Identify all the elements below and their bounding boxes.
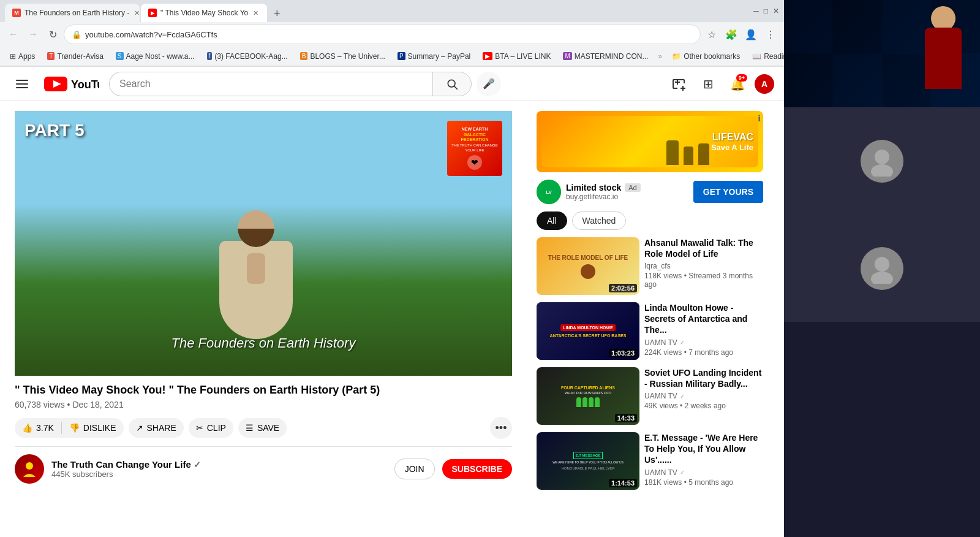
side-panel-avatar-2 bbox=[784, 215, 980, 322]
sponsor-name: Limited stock bbox=[566, 183, 621, 192]
upload-date: Dec 18, 2021 bbox=[72, 400, 123, 409]
save-label: SAVE bbox=[257, 423, 279, 433]
join-label: JOIN bbox=[405, 464, 424, 474]
hamburger-menu[interactable] bbox=[10, 72, 34, 96]
video-inset: NEW EARTH GALACTIC FEDERATION THE TRUTH … bbox=[447, 121, 502, 176]
bookmark-other[interactable]: 📁 Other bookmarks bbox=[667, 51, 745, 62]
tab-youtube[interactable]: ▶ " This Video May Shock Yo ✕ bbox=[141, 4, 267, 22]
like-count: 3.7K bbox=[36, 423, 54, 433]
bta-favicon: ▶ bbox=[483, 52, 492, 60]
back-button[interactable]: ← bbox=[5, 26, 22, 43]
dislike-label: DISLIKE bbox=[83, 423, 116, 433]
apps-button[interactable]: ⊞ bbox=[696, 72, 720, 96]
extensions-button[interactable]: 🧩 bbox=[723, 26, 740, 43]
minimize-btn[interactable]: ─ bbox=[753, 7, 759, 15]
menu-button[interactable]: ⋮ bbox=[762, 26, 779, 43]
bookmark-apps[interactable]: ⊞ Apps bbox=[5, 51, 40, 62]
inset-text1: NEW EARTH bbox=[462, 127, 488, 132]
bookmark-tronder[interactable]: T Trønder-Avisa bbox=[42, 51, 108, 62]
bookmark-reading[interactable]: 📖 Reading list bbox=[747, 51, 784, 62]
svg-rect-0 bbox=[16, 80, 28, 81]
join-button[interactable]: JOIN bbox=[394, 459, 435, 479]
save-button[interactable]: ☰ SAVE bbox=[238, 418, 287, 438]
maximize-btn[interactable]: □ bbox=[764, 7, 768, 15]
video-channel-4: UAMN TV ✓ bbox=[644, 468, 763, 477]
thumb-subtitle-2: ANTARCTICA'S SECRET UFO BASES bbox=[550, 333, 627, 338]
refresh-button[interactable]: ↻ bbox=[44, 26, 61, 43]
tab-gmail[interactable]: M The Founders on Earth History - ✕ bbox=[5, 4, 140, 22]
inset-heart: ❤ bbox=[467, 155, 482, 170]
filter-watched[interactable]: Watched bbox=[572, 211, 627, 230]
svg-rect-1 bbox=[16, 83, 28, 85]
clip-button[interactable]: ✂ CLIP bbox=[189, 418, 233, 438]
more-actions-button[interactable]: ••• bbox=[490, 417, 512, 439]
video-info-2: Linda Moulton Howe - Secrets of Antarcti… bbox=[644, 302, 763, 360]
mic-button[interactable]: 🎤 bbox=[477, 72, 501, 96]
filter-all[interactable]: All bbox=[537, 211, 567, 230]
verified-2: ✓ bbox=[680, 339, 685, 346]
search-input[interactable] bbox=[109, 72, 432, 96]
presenter-head bbox=[931, 6, 956, 31]
search-button[interactable] bbox=[432, 72, 472, 96]
tab-gmail-close[interactable]: ✕ bbox=[133, 8, 140, 18]
notifications-button[interactable]: 🔔 9+ bbox=[725, 72, 750, 96]
header-actions: ⊞ 🔔 9+ A bbox=[666, 72, 774, 96]
video-channel-3: UAMN TV ✓ bbox=[644, 392, 763, 400]
ad-sponsor-info: Limited stock Ad buy.getlifevac.io bbox=[566, 183, 688, 201]
profile-button[interactable]: 👤 bbox=[742, 26, 760, 43]
like-button[interactable]: 👍 3.7K bbox=[15, 418, 61, 438]
browser-toolbar: ← → ↻ 🔒 youtube.com/watch?v=FcdaGA6CTfs … bbox=[0, 22, 784, 47]
bookmarks-overflow[interactable]: » bbox=[658, 52, 662, 61]
dislike-icon: 👎 bbox=[69, 423, 80, 433]
ad-brand-text: LIFEVAC bbox=[711, 132, 753, 143]
bookmark-aage[interactable]: S Aage Nost - www.a... bbox=[111, 51, 200, 62]
create-button[interactable] bbox=[666, 72, 691, 96]
views-2: 224K views bbox=[644, 348, 682, 357]
bookmark-tronder-label: Trønder-Avisa bbox=[57, 52, 103, 61]
bookmark-mastermind-label: MASTERMIND CON... bbox=[575, 52, 649, 61]
bookmark-mastermind[interactable]: M MASTERMIND CON... bbox=[558, 51, 653, 62]
video-thumb-2: LINDA MOULTON HOWE ANTARCTICA'S SECRET U… bbox=[537, 302, 639, 360]
user-avatar[interactable]: A bbox=[755, 74, 774, 94]
views-3: 49K views bbox=[644, 402, 678, 410]
dislike-button[interactable]: 👎 DISLIKE bbox=[62, 418, 124, 438]
video-meta-2: 224K views • 7 months ago bbox=[644, 348, 763, 357]
video-info-3: Soviet UFO Landing Incident - Russian Mi… bbox=[644, 367, 763, 425]
new-tab-button[interactable]: + bbox=[268, 5, 285, 22]
bookmark-summary[interactable]: P Summary – PayPal bbox=[393, 51, 475, 62]
share-button[interactable]: ↗ SHARE bbox=[129, 418, 184, 438]
address-bar[interactable]: 🔒 youtube.com/watch?v=FcdaGA6CTfs bbox=[64, 25, 701, 44]
ad-cta-button[interactable]: GET YOURS bbox=[693, 181, 763, 203]
bookmarks-bar: ⊞ Apps T Trønder-Avisa S Aage Nost - www… bbox=[0, 47, 784, 66]
youtube-logo[interactable]: YouTube bbox=[44, 72, 99, 96]
close-btn[interactable]: ✕ bbox=[773, 7, 779, 15]
watched-label: Watched bbox=[582, 216, 616, 226]
svg-point-9 bbox=[875, 150, 889, 164]
bookmark-bta[interactable]: ▶ BTA – LIVE LINK bbox=[478, 51, 556, 62]
video-player[interactable]: PART 5 NEW EARTH GALACTIC FEDERATION THE… bbox=[15, 111, 512, 376]
view-count: 60,738 views bbox=[15, 400, 65, 409]
bookmark-button[interactable]: ☆ bbox=[703, 26, 720, 43]
bookmark-facebook[interactable]: f (3) FACEBOOK-Aag... bbox=[202, 51, 293, 62]
recommended-video-2[interactable]: LINDA MOULTON HOWE ANTARCTICA'S SECRET U… bbox=[537, 302, 763, 360]
recommended-video-1[interactable]: THE ROLE MODEL OF LIFE 2:02:56 Ahsanul M… bbox=[537, 237, 763, 295]
mastermind-favicon: M bbox=[563, 52, 571, 60]
ad-info-icon[interactable]: ℹ bbox=[758, 113, 761, 123]
forward-button[interactable]: → bbox=[24, 26, 42, 43]
meta-sep-3: • bbox=[680, 402, 685, 410]
channel-avatar[interactable] bbox=[15, 454, 44, 484]
recommended-video-4[interactable]: E.T MESSAGE WE ARE HERE TO HELP YOU, IF … bbox=[537, 432, 763, 490]
recommended-video-3[interactable]: FOUR CAPTURED ALIENS WHAT DID RUSSIAN'S … bbox=[537, 367, 763, 425]
video-title-1: Ahsanul Mawalid Talk: The Role Model of … bbox=[644, 237, 763, 259]
bookmark-blogs[interactable]: B BLOGS – The Univer... bbox=[295, 51, 390, 62]
subscribe-button[interactable]: SUBSCRIBE bbox=[442, 459, 512, 479]
ad-container: LIFEVAC Save A Life ℹ bbox=[537, 111, 763, 172]
bookmark-apps-label: Apps bbox=[18, 52, 35, 61]
stream-bg bbox=[784, 0, 980, 107]
other-bookmarks-icon: 📁 bbox=[672, 52, 681, 61]
video-caption: The Founders on Earth History bbox=[15, 335, 512, 351]
thumb-text-4a: E.T MESSAGE bbox=[573, 452, 602, 459]
channel-name-4: UAMN TV bbox=[644, 468, 677, 477]
tab-youtube-close[interactable]: ✕ bbox=[252, 8, 260, 18]
svg-point-8 bbox=[26, 462, 33, 470]
